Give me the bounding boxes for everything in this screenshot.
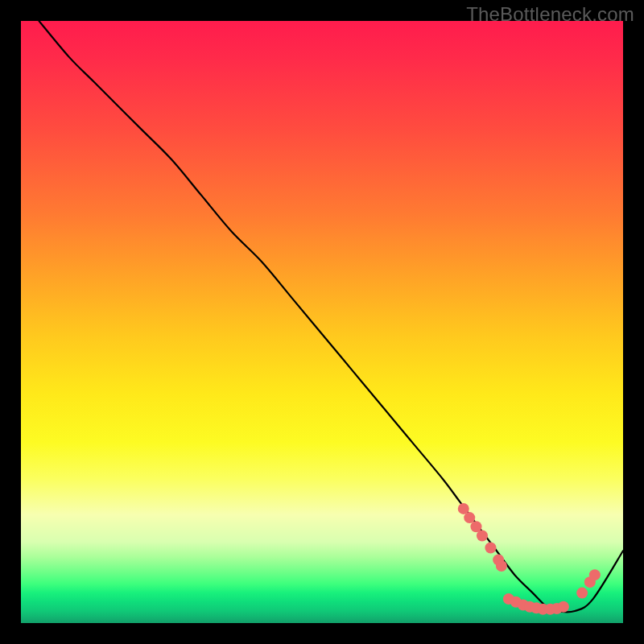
watermark-text: TheBottleneck.com <box>466 3 634 26</box>
chart-frame: TheBottleneck.com <box>0 0 644 644</box>
highlight-dot <box>589 569 601 580</box>
bottleneck-curve <box>39 21 623 612</box>
highlight-dot <box>464 512 475 523</box>
highlight-dot <box>496 560 507 572</box>
highlight-dot <box>485 543 496 554</box>
highlight-dot <box>477 530 488 542</box>
highlight-dot <box>576 588 588 599</box>
highlight-dot <box>558 601 569 613</box>
curve-layer <box>21 21 623 623</box>
highlight-dots <box>458 503 601 615</box>
plot-area <box>21 21 623 623</box>
